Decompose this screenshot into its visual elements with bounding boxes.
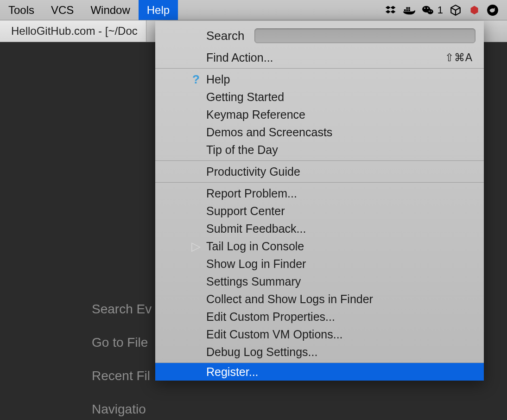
menu-tip-of-day[interactable]: Tip of the Day bbox=[155, 141, 484, 159]
svg-rect-2 bbox=[408, 9, 410, 11]
welcome-hints: Search Ev Go to File Recent Fil Navigati… bbox=[92, 302, 152, 420]
svg-rect-3 bbox=[406, 7, 408, 9]
menu-register[interactable]: Register... bbox=[155, 363, 484, 381]
menu-find-action[interactable]: Find Action... ⇧⌘A bbox=[155, 49, 484, 66]
svg-point-7 bbox=[424, 7, 425, 9]
menu-item-label: Settings Summary bbox=[206, 275, 301, 288]
menu-window[interactable]: Window bbox=[82, 0, 138, 20]
help-search-row: Search bbox=[155, 23, 484, 49]
shortcut-label: ⇧⌘A bbox=[445, 51, 473, 64]
menu-item-label: Edit Custom VM Options... bbox=[206, 328, 343, 341]
hint-navigation: Navigatio bbox=[92, 402, 152, 417]
menu-item-label: Support Center bbox=[206, 204, 285, 218]
menu-help-item[interactable]: ? Help bbox=[155, 70, 484, 88]
cube-icon[interactable] bbox=[450, 4, 462, 16]
menu-help[interactable]: Help bbox=[139, 0, 178, 20]
wechat-icon[interactable] bbox=[422, 4, 434, 16]
menu-item-label: Show Log in Finder bbox=[206, 257, 306, 271]
menu-item-label: Getting Started bbox=[206, 90, 284, 104]
menu-item-label: Debug Log Settings... bbox=[206, 345, 317, 359]
dropdown-section-register: Register... bbox=[155, 363, 484, 381]
svg-point-9 bbox=[429, 11, 430, 12]
menu-item-label: Tail Log in Console bbox=[206, 240, 304, 253]
menubar: Tools VCS Window Help 1 ⬢ bbox=[0, 0, 507, 20]
dropdown-section-search: Search Find Action... ⇧⌘A bbox=[155, 21, 484, 69]
bird-icon[interactable] bbox=[487, 4, 499, 16]
docker-icon[interactable] bbox=[403, 4, 415, 16]
menu-debug-log-settings[interactable]: Debug Log Settings... bbox=[155, 343, 484, 361]
menu-tools[interactable]: Tools bbox=[0, 0, 43, 20]
help-search-label: Search bbox=[206, 29, 244, 43]
menu-keymap-reference[interactable]: Keymap Reference bbox=[155, 106, 484, 123]
flag-icon: ▷ bbox=[190, 240, 203, 253]
tab-title: HelloGitHub.com - [~/Doc bbox=[11, 25, 138, 38]
menu-tail-log[interactable]: ▷ Tail Log in Console bbox=[155, 237, 484, 255]
menu-item-label: Keymap Reference bbox=[206, 108, 305, 121]
menu-item-label: Collect and Show Logs in Finder bbox=[206, 293, 373, 306]
menu-item-label: Find Action... bbox=[206, 51, 273, 64]
menu-item-label: Demos and Screencasts bbox=[206, 126, 332, 139]
hint-recent-files: Recent Fil bbox=[92, 369, 152, 383]
menu-edit-custom-vm-options[interactable]: Edit Custom VM Options... bbox=[155, 325, 484, 343]
menubar-tray: 1 ⬢ bbox=[385, 4, 507, 16]
editor-tab[interactable]: HelloGitHub.com - [~/Doc bbox=[0, 20, 146, 42]
menu-item-label: Help bbox=[206, 73, 230, 86]
plugin-icon[interactable]: ⬢ bbox=[468, 4, 480, 16]
tray-badge-count: 1 bbox=[437, 4, 443, 16]
menu-item-label: Productivity Guide bbox=[206, 165, 300, 178]
svg-rect-1 bbox=[406, 9, 408, 11]
menu-item-label: Submit Feedback... bbox=[206, 222, 306, 235]
menu-edit-custom-properties[interactable]: Edit Custom Properties... bbox=[155, 308, 484, 325]
svg-rect-4 bbox=[408, 7, 410, 9]
menu-settings-summary[interactable]: Settings Summary bbox=[155, 273, 484, 290]
hint-search-everywhere: Search Ev bbox=[92, 302, 152, 317]
menu-submit-feedback[interactable]: Submit Feedback... bbox=[155, 220, 484, 237]
svg-point-6 bbox=[427, 9, 433, 14]
menu-getting-started[interactable]: Getting Started bbox=[155, 88, 484, 106]
menu-item-label: Report Problem... bbox=[206, 187, 297, 200]
svg-point-10 bbox=[431, 11, 431, 12]
help-search-input[interactable] bbox=[254, 28, 475, 43]
question-icon: ? bbox=[190, 73, 203, 86]
dropbox-icon[interactable] bbox=[385, 4, 397, 16]
menu-item-label: Register... bbox=[206, 365, 259, 379]
menu-item-label: Tip of the Day bbox=[206, 143, 278, 157]
menu-item-label: Edit Custom Properties... bbox=[206, 310, 335, 324]
menu-support-center[interactable]: Support Center bbox=[155, 202, 484, 220]
hint-go-to-file: Go to File bbox=[92, 335, 152, 350]
menu-vcs[interactable]: VCS bbox=[43, 0, 82, 20]
svg-point-8 bbox=[427, 7, 428, 9]
menu-show-log-finder[interactable]: Show Log in Finder bbox=[155, 255, 484, 273]
svg-rect-0 bbox=[404, 9, 406, 11]
help-dropdown: Search Find Action... ⇧⌘A ? Help Getting… bbox=[155, 21, 484, 381]
menu-collect-show-logs[interactable]: Collect and Show Logs in Finder bbox=[155, 290, 484, 308]
menu-productivity-guide[interactable]: Productivity Guide bbox=[155, 163, 484, 180]
dropdown-section-help: ? Help Getting Started Keymap Reference … bbox=[155, 69, 484, 161]
menu-demos-screencasts[interactable]: Demos and Screencasts bbox=[155, 123, 484, 141]
menubar-left: Tools VCS Window Help bbox=[0, 0, 178, 20]
dropdown-section-productivity: Productivity Guide bbox=[155, 161, 484, 183]
dropdown-section-support: Report Problem... Support Center Submit … bbox=[155, 183, 484, 363]
menu-report-problem[interactable]: Report Problem... bbox=[155, 185, 484, 202]
